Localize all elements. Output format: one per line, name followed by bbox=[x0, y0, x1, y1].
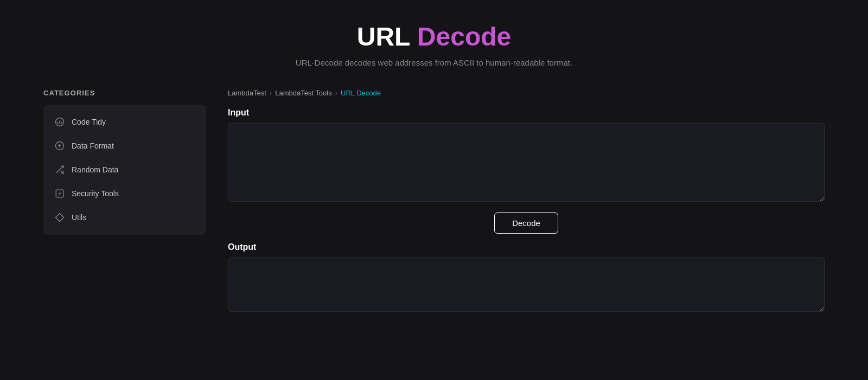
breadcrumb: LambdaTest › LambdaTest Tools › URL Deco… bbox=[228, 89, 825, 97]
shield-icon bbox=[54, 188, 65, 199]
sidebar-card: Code Tidy Data Format bbox=[43, 105, 206, 235]
sidebar-item-utils[interactable]: Utils bbox=[43, 205, 206, 229]
circle-code-icon bbox=[54, 117, 65, 127]
output-section: Output bbox=[228, 242, 825, 314]
title-url: URL bbox=[357, 22, 410, 51]
diamond-icon bbox=[54, 212, 65, 223]
sidebar-item-label-code-tidy: Code Tidy bbox=[72, 118, 106, 126]
sidebar-item-label-random-data: Random Data bbox=[72, 165, 118, 174]
categories-label: CATEGORIES bbox=[43, 89, 206, 97]
breadcrumb-lambdatest[interactable]: LambdaTest bbox=[228, 89, 266, 97]
data-format-icon bbox=[54, 140, 65, 151]
sidebar-item-label-security-tools: Security Tools bbox=[72, 189, 119, 198]
sidebar-item-label-utils: Utils bbox=[72, 213, 86, 222]
output-label: Output bbox=[228, 242, 825, 252]
breadcrumb-sep-2: › bbox=[335, 89, 337, 97]
input-label: Input bbox=[228, 108, 825, 118]
decode-btn-wrapper: Decode bbox=[228, 212, 825, 234]
main-content: LambdaTest › LambdaTest Tools › URL Deco… bbox=[228, 89, 825, 314]
main-layout: CATEGORIES Code Tidy Dat bbox=[0, 89, 868, 314]
page-subtitle: URL-Decode decodes web addresses from AS… bbox=[11, 58, 857, 67]
breadcrumb-current: URL Decode bbox=[341, 89, 381, 97]
breadcrumb-lambdatest-tools[interactable]: LambdaTest Tools bbox=[275, 89, 332, 97]
svg-marker-5 bbox=[56, 214, 64, 222]
page-title: URL Decode bbox=[11, 22, 857, 51]
sidebar-item-security-tools[interactable]: Security Tools bbox=[43, 182, 206, 205]
page-header: URL Decode URL-Decode decodes web addres… bbox=[0, 0, 868, 83]
sidebar-item-label-data-format: Data Format bbox=[72, 141, 114, 150]
breadcrumb-sep-1: › bbox=[270, 89, 272, 97]
random-icon bbox=[54, 164, 65, 175]
title-decode: Decode bbox=[417, 22, 511, 51]
decode-button[interactable]: Decode bbox=[494, 212, 558, 234]
input-section: Input bbox=[228, 108, 825, 204]
input-textarea[interactable] bbox=[228, 123, 825, 202]
sidebar-item-code-tidy[interactable]: Code Tidy bbox=[43, 110, 206, 134]
output-textarea[interactable] bbox=[228, 257, 825, 312]
sidebar: CATEGORIES Code Tidy Dat bbox=[43, 89, 206, 314]
sidebar-item-random-data[interactable]: Random Data bbox=[43, 158, 206, 182]
sidebar-item-data-format[interactable]: Data Format bbox=[43, 134, 206, 158]
